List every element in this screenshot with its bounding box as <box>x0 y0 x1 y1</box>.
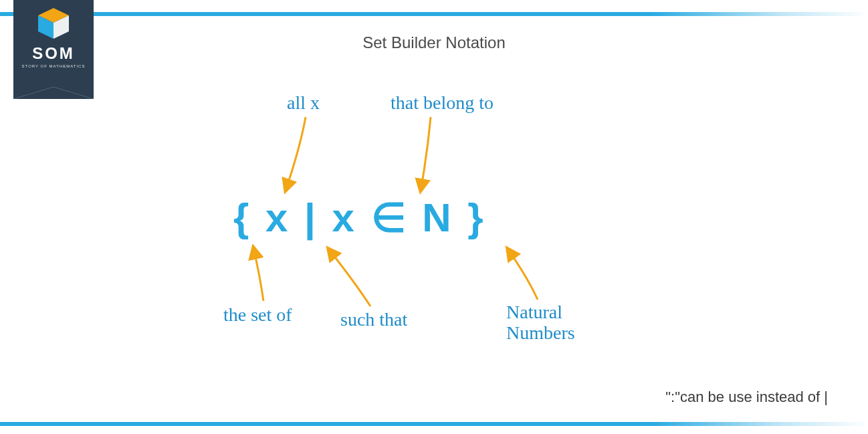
set-symbol-n: N <box>422 195 453 240</box>
top-border-bar <box>0 12 868 16</box>
annotation-such-that: such that <box>340 309 407 330</box>
logo-icon <box>38 8 69 39</box>
variable-x-right: x <box>332 195 357 240</box>
variable-x-left: x <box>265 195 290 240</box>
diagram-stage: all x that belong to the set of such tha… <box>200 80 668 361</box>
annotation-all-x: all x <box>287 92 320 114</box>
bottom-border-bar <box>0 422 868 426</box>
logo-badge: SOM STORY OF MATHEMATICS <box>13 0 94 87</box>
element-of-symbol: ∈ <box>371 195 409 240</box>
close-brace: } <box>467 195 485 240</box>
logo-subtitle: STORY OF MATHEMATICS <box>22 64 86 68</box>
set-builder-expression: { x | x ∈ N } <box>233 194 486 241</box>
annotation-natural-numbers: Natural Numbers <box>506 302 575 344</box>
annotation-belong-to: that belong to <box>391 92 494 114</box>
logo-text: SOM <box>32 44 75 63</box>
annotation-natural-line2: Numbers <box>506 322 575 343</box>
pipe-symbol: | <box>304 195 318 240</box>
page-title: Set Builder Notation <box>362 33 505 52</box>
open-brace: { <box>233 195 251 240</box>
footnote-text: ":"can be use instead of | <box>665 389 828 406</box>
annotation-set-of: the set of <box>223 304 292 326</box>
annotation-natural-line1: Natural <box>506 302 562 322</box>
